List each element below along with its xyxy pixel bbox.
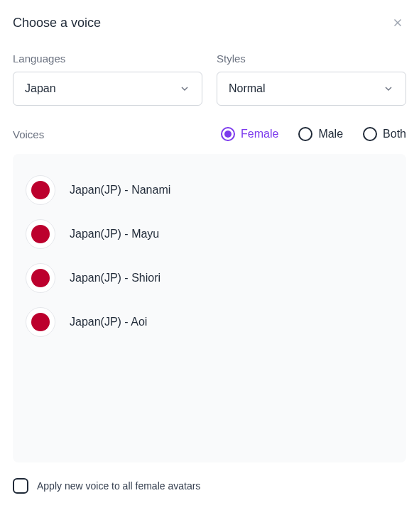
voice-name: Japan(JP) - Nanami (70, 184, 170, 196)
voice-item[interactable]: Japan(JP) - Mayu (26, 212, 393, 256)
apply-all-label: Apply new voice to all female avatars (37, 480, 200, 492)
voices-list[interactable]: Japan(JP) - Nanami Japan(JP) - Mayu Japa… (13, 154, 406, 462)
gender-radio-female[interactable]: Female (221, 127, 278, 141)
radio-icon (298, 127, 312, 141)
languages-value: Japan (25, 82, 56, 95)
gender-radio-both[interactable]: Both (363, 127, 406, 141)
radio-label-both: Both (383, 128, 406, 140)
radio-icon (221, 127, 235, 141)
styles-label: Styles (217, 52, 406, 65)
japan-flag-icon (26, 219, 55, 249)
dialog-title: Choose a voice (13, 16, 101, 31)
voice-item[interactable]: Japan(JP) - Shiori (26, 256, 393, 300)
voices-label: Voices (13, 128, 44, 140)
japan-flag-icon (26, 263, 55, 293)
japan-flag-icon (26, 175, 55, 205)
voice-item[interactable]: Japan(JP) - Nanami (26, 168, 393, 212)
voice-item[interactable]: Japan(JP) - Aoi (26, 300, 393, 344)
voice-name: Japan(JP) - Shiori (70, 272, 160, 284)
languages-select[interactable]: Japan (13, 72, 202, 106)
chevron-down-icon (179, 83, 190, 94)
styles-select[interactable]: Normal (217, 72, 406, 106)
voice-name: Japan(JP) - Aoi (70, 316, 147, 328)
close-icon (391, 16, 404, 29)
radio-icon (363, 127, 377, 141)
apply-all-checkbox[interactable] (13, 478, 28, 494)
radio-label-male: Male (318, 128, 343, 140)
close-button[interactable] (389, 14, 406, 31)
languages-label: Languages (13, 52, 202, 65)
gender-radio-male[interactable]: Male (298, 127, 343, 141)
gender-radio-group: Female Male Both (221, 127, 406, 141)
japan-flag-icon (26, 307, 55, 337)
radio-label-female: Female (241, 128, 278, 140)
voice-name: Japan(JP) - Mayu (70, 228, 159, 240)
styles-value: Normal (229, 82, 266, 95)
chevron-down-icon (383, 83, 394, 94)
